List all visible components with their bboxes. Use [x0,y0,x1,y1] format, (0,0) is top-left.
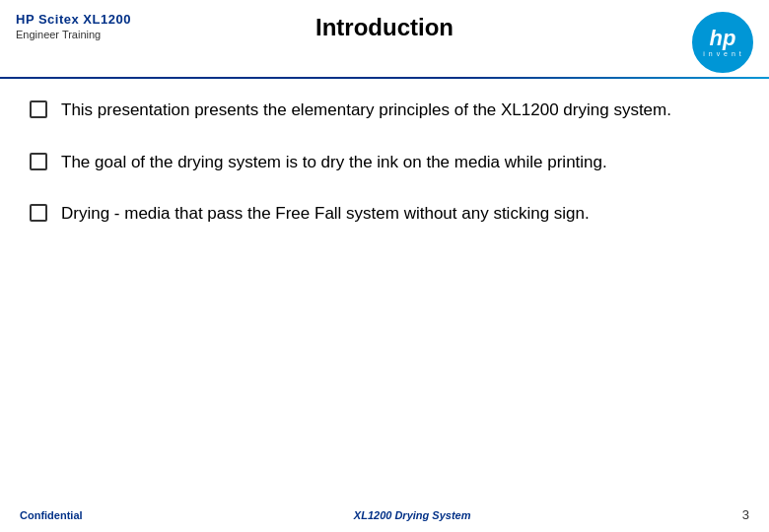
checkbox-icon-2 [30,153,47,170]
bullet-text-2: The goal of the drying system is to dry … [61,151,607,175]
slide-header: HP Scitex XL1200 Engineer Training Intro… [0,0,769,73]
bullet-item-2: The goal of the drying system is to dry … [30,151,739,175]
footer-page-number: 3 [742,507,749,522]
hp-letters: hp [710,28,736,49]
bullet-item-1: This presentation presents the elementar… [30,99,739,123]
slide-content: This presentation presents the elementar… [0,79,769,264]
logo-area: HP Scitex XL1200 Engineer Training [16,12,131,40]
slide-footer: Confidential XL1200 Drying System 3 [0,507,769,522]
bullet-text-1: This presentation presents the elementar… [61,99,671,123]
bullet-text-3: Drying - media that pass the Free Fall s… [61,202,590,227]
logo-text: HP Scitex XL1200 [16,12,131,27]
checkbox-icon-1 [30,100,47,118]
slide-title: Introduction [315,14,454,41]
hp-scitex-logo: HP Scitex XL1200 [16,12,131,27]
title-area: Introduction [315,14,454,41]
hp-circle: hp i n v e n t [692,12,753,73]
footer-confidential: Confidential [20,509,83,521]
bullet-item-3: Drying - media that pass the Free Fall s… [30,202,739,227]
checkbox-icon-3 [30,204,47,222]
footer-title: XL1200 Drying System [354,509,471,521]
hp-invent-text: i n v e n t [703,50,741,57]
hp-logo: hp i n v e n t [692,12,753,73]
engineer-training-label: Engineer Training [16,29,101,40]
